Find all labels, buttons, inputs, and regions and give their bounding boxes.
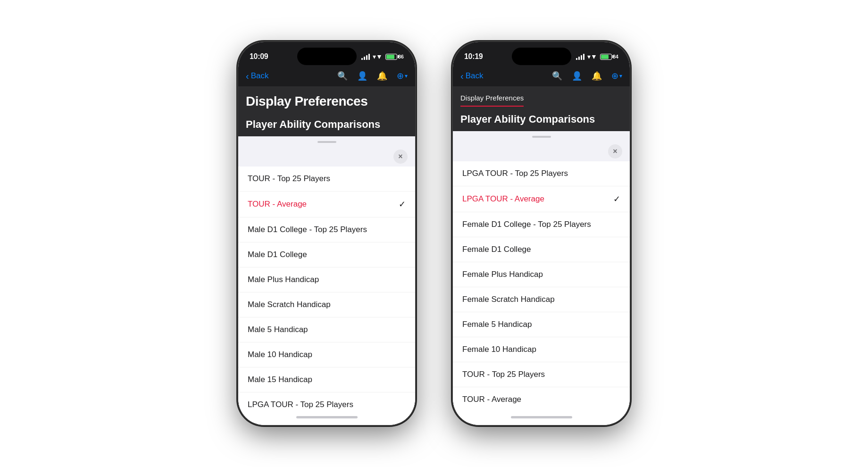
sheet-list-1[interactable]: TOUR - Top 25 Players TOUR - Average ✓ M… — [238, 167, 415, 409]
list-item[interactable]: Female Plus Handicap — [453, 262, 630, 287]
phone-2-wrapper: 10:19 ▾▼ 84 — [453, 42, 630, 425]
home-bar-2 — [511, 416, 572, 418]
list-item[interactable]: Male Plus Handicap — [238, 267, 415, 292]
status-time-1: 10:09 — [250, 52, 268, 61]
sheet-close-btn-1[interactable]: × — [393, 150, 408, 164]
plus-circle-1: ⊕ — [397, 71, 404, 81]
signal-icon-2 — [576, 54, 584, 60]
bell-icon-1[interactable]: 🔔 — [377, 71, 387, 81]
sheet-handle-2 — [532, 136, 551, 138]
item-label: LPGA TOUR - Average — [462, 194, 544, 204]
list-item[interactable]: Male 15 Handicap — [238, 367, 415, 392]
page-title-1: Display Preferences — [246, 94, 408, 109]
nav-bar-1: ‹ Back 🔍 👤 🔔 ⊕ ▾ — [238, 66, 415, 86]
list-item[interactable]: Male 10 Handicap — [238, 342, 415, 367]
item-label: Female Plus Handicap — [462, 270, 543, 279]
dynamic-island-1 — [297, 48, 357, 65]
section-title-1: Player Ability Comparisons — [246, 118, 408, 131]
sheet-handle-1 — [317, 141, 336, 143]
back-chevron-1: ‹ — [246, 71, 249, 81]
phone-1-screen: 10:09 ▾▼ 86 — [238, 42, 415, 425]
person-icon-1[interactable]: 👤 — [357, 71, 367, 81]
back-button-2[interactable]: ‹ Back — [460, 71, 544, 81]
phone-1: 10:09 ▾▼ 86 — [238, 42, 415, 425]
phone-2-screen: 10:19 ▾▼ 84 — [453, 42, 630, 425]
back-label-1: Back — [251, 71, 269, 81]
sheet-close-row-1: × — [238, 147, 415, 167]
plus-icon-2[interactable]: ⊕ ▾ — [611, 71, 622, 81]
search-icon-1[interactable]: 🔍 — [337, 71, 348, 81]
item-label: Male 10 Handicap — [248, 350, 312, 359]
sheet-close-btn-2[interactable]: × — [608, 144, 622, 158]
back-label-2: Back — [466, 71, 484, 81]
search-icon-2[interactable]: 🔍 — [552, 71, 562, 81]
list-item[interactable]: Female Scratch Handicap — [453, 287, 630, 312]
section-title-2: Player Ability Comparisons — [460, 113, 622, 125]
page-header-1: Display Preferences — [238, 86, 415, 117]
list-item[interactable]: TOUR - Top 25 Players — [453, 362, 630, 387]
plus-chevron-2: ▾ — [619, 73, 622, 79]
list-item[interactable]: TOUR - Average ✓ — [238, 192, 415, 217]
plus-circle-2: ⊕ — [611, 71, 618, 81]
list-item[interactable]: Female 10 Handicap — [453, 337, 630, 362]
item-label: TOUR - Average — [248, 200, 307, 209]
wifi-icon-2: ▾▼ — [587, 53, 597, 60]
item-label: Female 10 Handicap — [462, 345, 536, 354]
item-label: LPGA TOUR - Top 25 Players — [248, 400, 353, 409]
item-label: Male Scratch Handicap — [248, 300, 331, 309]
nav-bar-2: ‹ Back 🔍 👤 🔔 ⊕ ▾ — [453, 66, 630, 86]
home-indicator-1 — [238, 409, 415, 425]
list-item[interactable]: LPGA TOUR - Top 25 Players — [238, 392, 415, 409]
item-label: Male 5 Handicap — [248, 325, 308, 334]
status-time-2: 10:19 — [464, 52, 483, 61]
plus-icon-1[interactable]: ⊕ ▾ — [397, 71, 408, 81]
list-item[interactable]: LPGA TOUR - Top 25 Players — [453, 161, 630, 186]
item-label: Male D1 College — [248, 250, 307, 259]
section-bg-1: Player Ability Comparisons — [238, 117, 415, 136]
nav-icons-1: 🔍 👤 🔔 ⊕ ▾ — [337, 71, 408, 81]
list-item[interactable]: Male Scratch Handicap — [238, 292, 415, 317]
item-label: TOUR - Average — [462, 395, 521, 404]
sheet-close-row-2: × — [453, 142, 630, 161]
bell-icon-2[interactable]: 🔔 — [592, 71, 602, 81]
list-item[interactable]: TOUR - Top 25 Players — [238, 167, 415, 192]
list-item[interactable]: Female 5 Handicap — [453, 312, 630, 337]
section-bg-2: Player Ability Comparisons — [453, 107, 630, 131]
bottom-sheet-1: × TOUR - Top 25 Players TOUR - Average ✓… — [238, 136, 415, 425]
item-label: TOUR - Top 25 Players — [462, 370, 545, 379]
item-label: TOUR - Top 25 Players — [248, 174, 330, 183]
tab-display-preferences[interactable]: Display Preferences — [460, 94, 524, 107]
status-icons-1: ▾▼ 86 — [361, 53, 404, 60]
back-button-1[interactable]: ‹ Back — [246, 71, 330, 81]
item-label: LPGA TOUR - Top 25 Players — [462, 169, 568, 178]
check-icon: ✓ — [613, 194, 620, 204]
plus-chevron-1: ▾ — [405, 73, 408, 79]
list-item[interactable]: Male D1 College - Top 25 Players — [238, 217, 415, 242]
list-item[interactable]: Male 5 Handicap — [238, 317, 415, 342]
dynamic-island-2 — [512, 48, 571, 65]
item-label: Male D1 College - Top 25 Players — [248, 225, 367, 234]
item-label: Male Plus Handicap — [248, 275, 319, 284]
sheet-list-2[interactable]: LPGA TOUR - Top 25 Players LPGA TOUR - A… — [453, 161, 630, 409]
phone-1-wrapper: 10:09 ▾▼ 86 — [238, 42, 415, 425]
phone-2: 10:19 ▾▼ 84 — [453, 42, 630, 425]
person-icon-2[interactable]: 👤 — [572, 71, 582, 81]
list-item[interactable]: LPGA TOUR - Average ✓ — [453, 186, 630, 212]
sheet-handle-area-1 — [238, 136, 415, 147]
check-icon: ✓ — [399, 199, 406, 209]
bottom-sheet-2: × LPGA TOUR - Top 25 Players LPGA TOUR -… — [453, 131, 630, 425]
item-label: Male 15 Handicap — [248, 375, 312, 384]
battery-1: 86 — [385, 54, 404, 60]
list-item[interactable]: TOUR - Average — [453, 387, 630, 409]
back-chevron-2: ‹ — [460, 71, 464, 81]
nav-icons-2: 🔍 👤 🔔 ⊕ ▾ — [552, 71, 622, 81]
list-item[interactable]: Female D1 College - Top 25 Players — [453, 212, 630, 237]
sheet-handle-area-2 — [453, 131, 630, 142]
list-item[interactable]: Male D1 College — [238, 242, 415, 267]
item-label: Female 5 Handicap — [462, 320, 532, 329]
status-icons-2: ▾▼ 84 — [576, 53, 618, 60]
home-bar-1 — [296, 416, 358, 418]
battery-2: 84 — [600, 54, 618, 60]
item-label: Female D1 College — [462, 245, 531, 254]
list-item[interactable]: Female D1 College — [453, 237, 630, 262]
